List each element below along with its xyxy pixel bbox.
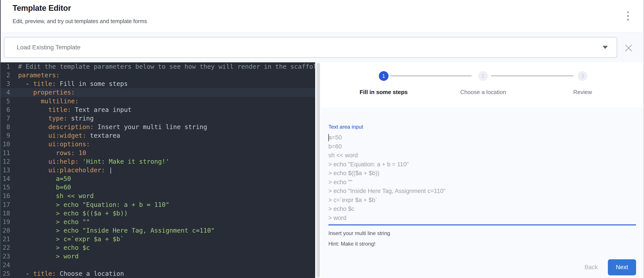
preview-panel: 1Fill in some steps2Choose a location3Re… [321,62,644,278]
line-code: description: Insert your multi line stri… [10,123,207,131]
line-code: > word [10,252,79,261]
placeholder-line: a=50 [328,133,636,142]
step-label: Choose a location [460,89,506,96]
line-code: properties: [10,88,75,97]
line-number: 8 [0,123,10,131]
line-number: 6 [0,105,10,114]
placeholder-line: > word [328,214,636,223]
line-code: rows: 10 [10,149,86,157]
line-number: 24 [0,261,10,270]
editor-line[interactable]: 9 ui:widget: textarea [0,131,315,140]
line-number: 11 [0,149,10,157]
main-split: 1# Edit the template parameters below to… [0,62,644,278]
step-circle[interactable]: 3 [578,71,587,81]
back-button[interactable]: Back [584,264,598,271]
editor-line[interactable]: 11 rows: 10 [0,149,315,157]
load-template-select[interactable]: Load Existing Template [4,37,617,58]
field-help-text: Hint: Make it strong! [328,241,636,247]
line-code: a=50 [10,174,71,183]
placeholder-line: b=60 [328,142,636,151]
line-code: > echo "Equation: a + b = 110" [10,201,169,209]
editor-line[interactable]: 25 - title: Choose a location [0,270,315,278]
line-number: 13 [0,166,10,174]
load-template-placeholder: Load Existing Template [17,44,80,51]
step-circle[interactable]: 1 [379,71,388,81]
editor-line[interactable]: 19 > echo "" [0,218,315,226]
line-code: parameters: [10,71,60,79]
text-caret [328,134,329,141]
field-label: Text area input [328,124,636,130]
line-number: 1 [0,62,10,71]
editor-line[interactable]: 7 type: string [0,114,315,123]
line-code: b=60 [10,183,71,192]
line-code: # Edit the template parameters below to … [10,62,315,71]
line-code: > echo $(($a + $b)) [10,209,128,218]
line-code: - title: Choose a location [10,270,124,278]
line-code: > echo $c [10,244,90,252]
line-number: 18 [0,209,10,218]
step-circle[interactable]: 2 [478,71,488,81]
editor-line[interactable]: 18 > echo $(($a + $b)) [0,209,315,218]
editor-line[interactable]: 23 > word [0,252,315,261]
editor-line[interactable]: 17 > echo "Equation: a + b = 110" [0,201,315,209]
page-subtitle: Edit, preview, and try out templates and… [12,18,644,24]
clear-template-button[interactable] [624,44,633,52]
placeholder-line: > c=`expr $a + $b` [328,196,636,205]
editor-scrollbar-thumb[interactable] [316,63,320,278]
editor-line[interactable]: 22 > echo $c [0,244,315,252]
line-number: 16 [0,192,10,200]
line-number: 2 [0,71,10,79]
editor-line[interactable]: 4 properties: [0,88,315,97]
close-icon [624,44,633,52]
editor-line[interactable]: 24 [0,261,315,270]
editor-line[interactable]: 14 a=50 [0,174,315,183]
line-number: 22 [0,244,10,252]
line-code: type: string [10,114,94,123]
editor-line[interactable]: 6 title: Text area input [0,105,315,114]
line-number: 14 [0,174,10,183]
editor-line[interactable]: 13 ui:placeholder: | [0,166,315,174]
form-actions: Back Next [328,259,636,275]
editor-line[interactable]: 8 description: Insert your multi line st… [0,123,315,131]
dropdown-arrow-icon [602,46,608,49]
kebab-menu-icon [627,11,629,21]
editor-line[interactable]: 15 b=60 [0,183,315,192]
editor-line[interactable]: 21 > c=`expr $a + $b` [0,235,315,244]
template-editor-root: { "header": { "title": "Template Editor"… [0,0,644,278]
more-options-button[interactable] [623,9,633,23]
editor-lines: 1# Edit the template parameters below to… [0,62,315,278]
step-connector [491,76,574,76]
next-button[interactable]: Next [608,259,636,275]
editor-line[interactable]: 1# Edit the template parameters below to… [0,62,315,71]
field-description: Insert your multi line string [328,230,636,236]
multiline-textarea[interactable]: a=50b=60sh << word> echo "Equation: a + … [328,133,636,225]
editor-line[interactable]: 5 multiline: [0,97,315,105]
placeholder-line: > echo "Inside Here Tag, Assignment c=11… [328,187,636,196]
editor-line[interactable]: 20 > echo "Inside Here Tag, Assignment c… [0,226,315,235]
step-label: Review [573,89,592,96]
line-code: ui:widget: textarea [10,131,120,140]
editor-line[interactable]: 16 sh << word [0,192,315,200]
step-label: Fill in some steps [360,89,408,96]
line-number: 5 [0,97,10,105]
toolbar: Load Existing Template [0,33,644,62]
step-connector [390,76,472,76]
editor-line[interactable]: 10 ui:options: [0,140,315,148]
window-left-edge [0,0,1,278]
editor-line[interactable]: 12 ui:help: 'Hint: Make it strong!' [0,157,315,166]
page-title: Template Editor [12,3,644,13]
line-code: - title: Fill in some steps [10,79,128,88]
stepper-step: 1Fill in some steps [334,62,433,96]
header: Template Editor Edit, preview, and try o… [0,0,644,33]
line-number: 3 [0,79,10,88]
line-code: multiline: [10,97,79,105]
yaml-code-editor[interactable]: 1# Edit the template parameters below to… [0,62,315,278]
line-code: > echo "Inside Here Tag, Assignment c=11… [10,226,215,235]
line-code: ui:placeholder: | [10,166,112,174]
line-number: 10 [0,140,10,148]
editor-line[interactable]: 2parameters: [0,71,315,79]
stepper-step: 3Review [533,62,632,96]
line-number: 12 [0,157,10,166]
line-code: ui:options: [10,140,90,148]
editor-line[interactable]: 3 - title: Fill in some steps [0,79,315,88]
